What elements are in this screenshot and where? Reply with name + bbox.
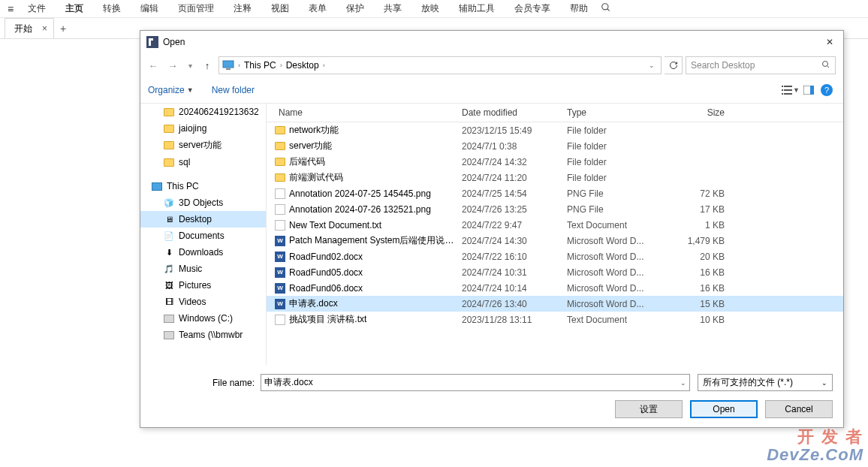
menu-item-13[interactable]: 帮助 (560, 1, 598, 17)
tree-location-item[interactable]: 🖼Pictures (140, 277, 266, 294)
watermark: 开 发 者 DevZe.CoM (767, 428, 863, 464)
menu-item-4[interactable]: 页面管理 (168, 1, 224, 17)
filename-dropdown-icon[interactable]: ⌄ (680, 379, 686, 387)
preview-pane-button[interactable] (800, 82, 818, 98)
refresh-button[interactable] (665, 56, 683, 74)
file-date: 2024/7/22 9:47 (462, 220, 567, 230)
menu-item-8[interactable]: 保护 (336, 1, 374, 17)
filename-input[interactable]: 申请表.docx ⌄ (261, 374, 690, 391)
tree-location-item[interactable]: 🧊3D Objects (140, 194, 266, 211)
file-row[interactable]: Annotation 2024-07-26 132521.png2024/7/2… (267, 201, 843, 217)
search-input[interactable]: Search Desktop (686, 56, 836, 74)
settings-button[interactable]: 设置 (615, 400, 683, 418)
column-type[interactable]: Type (567, 107, 680, 118)
breadcrumb[interactable]: › This PC › Desktop › ⌄ (219, 56, 662, 74)
cancel-button[interactable]: Cancel (765, 400, 833, 418)
menu-item-12[interactable]: 会员专享 (505, 1, 560, 17)
file-row[interactable]: WRoadFund02.docx2024/7/22 16:10Microsoft… (267, 249, 843, 264)
svg-point-5 (823, 61, 828, 66)
nav-back-button[interactable]: ← (145, 57, 161, 74)
file-name: server功能 (289, 140, 462, 152)
file-row[interactable]: WPatch Management System后端使用说…2024/7/24 … (267, 233, 843, 249)
menu-item-3[interactable]: 编辑 (131, 1, 168, 17)
file-type: Microsoft Word D... (567, 252, 680, 262)
column-size[interactable]: Size (680, 107, 732, 118)
menu-item-7[interactable]: 表单 (299, 1, 336, 17)
file-row[interactable]: WRoadFund05.docx2024/7/24 10:31Microsoft… (267, 264, 843, 280)
file-row[interactable]: 前端测试代码2024/7/24 11:20File folder (267, 170, 843, 185)
tree-recent-item[interactable]: jaiojing (140, 120, 266, 137)
tree-location-item[interactable]: ⬇Downloads (140, 244, 266, 261)
menu-search-icon[interactable] (601, 2, 611, 15)
open-button[interactable]: Open (690, 400, 758, 418)
tree-location-item[interactable]: 🎞Videos (140, 294, 266, 310)
app-icon (146, 36, 158, 48)
svg-rect-2 (146, 36, 158, 48)
breadcrumb-dropdown-icon[interactable]: ⌄ (649, 62, 658, 69)
chevron-right-icon[interactable]: › (321, 62, 327, 69)
file-row[interactable]: network功能2023/12/15 15:49File folder (267, 122, 843, 138)
view-mode-button[interactable]: ▼ (782, 82, 800, 98)
document-tab-start[interactable]: 开始 × (5, 18, 54, 38)
nav-up-button[interactable]: ↑ (199, 57, 215, 74)
menu-item-6[interactable]: 视图 (261, 1, 299, 17)
close-tab-icon[interactable]: × (42, 23, 47, 34)
dialog-close-button[interactable]: ✕ (822, 37, 837, 47)
tree-location-item[interactable]: 🎵Music (140, 261, 266, 277)
column-date[interactable]: Date modified (462, 107, 567, 118)
menu-item-9[interactable]: 共享 (374, 1, 411, 17)
hamburger-icon[interactable]: ≡ (3, 3, 18, 15)
tree-thispc[interactable]: This PC (140, 178, 266, 194)
new-tab-button[interactable]: + (54, 23, 72, 35)
filetype-dropdown-icon[interactable]: ⌄ (821, 379, 827, 387)
file-name: Annotation 2024-07-25 145445.png (289, 188, 462, 199)
nav-history-button[interactable]: ▾ (184, 57, 196, 74)
file-type: File folder (567, 141, 680, 152)
nav-forward-button[interactable]: → (164, 57, 181, 74)
menu-item-11[interactable]: 辅助工具 (449, 1, 505, 17)
menu-item-10[interactable]: 放映 (411, 1, 449, 17)
chevron-right-icon[interactable]: › (236, 62, 243, 69)
menu-item-0[interactable]: 文件 (18, 1, 56, 17)
tree-location-item[interactable]: 🖥Desktop (140, 211, 266, 227)
open-file-dialog: Open ✕ ← → ▾ ↑ › This PC › Desktop › ⌄ S… (140, 30, 844, 428)
svg-rect-3 (223, 61, 234, 68)
file-row[interactable]: Annotation 2024-07-25 145445.png2024/7/2… (267, 185, 843, 201)
tree-location-item[interactable]: Windows (C:) (140, 310, 266, 327)
file-row[interactable]: WRoadFund06.docx2024/7/24 10:14Microsoft… (267, 280, 843, 296)
tree-location-item[interactable]: Teams (\\bmwbr (140, 327, 266, 343)
file-type: Microsoft Word D... (567, 267, 680, 278)
folder-icon (274, 140, 286, 152)
new-folder-label: New folder (212, 85, 255, 95)
organize-label: Organize (148, 85, 185, 95)
organize-menu[interactable]: Organize ▼ (148, 85, 194, 95)
menu-item-2[interactable]: 转换 (93, 1, 131, 17)
folder-icon (163, 156, 175, 168)
menu-item-1[interactable]: 主页 (56, 1, 93, 17)
file-row[interactable]: server功能2024/7/1 0:38File folder (267, 138, 843, 154)
tree-recent-item[interactable]: server功能 (140, 137, 266, 154)
file-size: 10 KB (680, 315, 732, 325)
file-row[interactable]: 后端代码2024/7/24 14:32File folder (267, 154, 843, 170)
new-folder-button[interactable]: New folder (212, 85, 255, 95)
filetype-select[interactable]: 所有可支持的文件 (*.*) ⌄ (698, 374, 833, 391)
chevron-right-icon[interactable]: › (278, 62, 285, 69)
help-button[interactable]: ? (818, 82, 836, 98)
file-list: Name Date modified Type Size network功能20… (267, 104, 843, 365)
tree-recent-item[interactable]: sql (140, 154, 266, 170)
file-type: PNG File (567, 204, 680, 215)
file-row[interactable]: New Text Document.txt2024/7/22 9:47Text … (267, 217, 843, 233)
file-row[interactable]: W申请表.docx2024/7/26 13:40Microsoft Word D… (267, 296, 843, 312)
tree-recent-item[interactable]: 2024062419213632 (140, 104, 266, 120)
folder-tree[interactable]: 2024062419213632jaiojingserver功能sqlThis … (140, 104, 267, 365)
file-list-header[interactable]: Name Date modified Type Size (267, 104, 843, 122)
menu-item-5[interactable]: 注释 (224, 1, 261, 17)
column-name[interactable]: Name (267, 107, 462, 118)
breadcrumb-thispc[interactable]: This PC (244, 60, 276, 71)
tree-location-item[interactable]: 📄Documents (140, 227, 266, 244)
file-rows[interactable]: network功能2023/12/15 15:49File folderserv… (267, 122, 843, 365)
breadcrumb-desktop[interactable]: Desktop (286, 60, 319, 71)
file-type: File folder (567, 125, 680, 136)
file-row[interactable]: 挑战项目 演讲稿.txt2023/11/28 13:11Text Documen… (267, 312, 843, 327)
file-name: RoadFund05.docx (289, 267, 462, 278)
